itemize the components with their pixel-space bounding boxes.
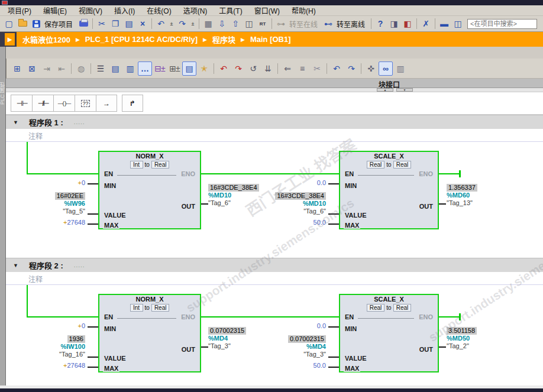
compile-icon[interactable] [202, 18, 215, 30]
collapse-triangle-icon[interactable]: ▼ [13, 119, 18, 125]
network-1-title-dots[interactable]: ..... [74, 119, 85, 125]
side-tab-plc[interactable]: PLC 属性 [0, 47, 6, 388]
normally-closed-contact-icon[interactable] [32, 95, 53, 112]
undo-icon[interactable] [154, 18, 167, 30]
accessible-devices-icon[interactable] [374, 18, 387, 30]
new-project-icon[interactable] [2, 18, 15, 30]
type-from-select[interactable]: Int [130, 161, 143, 169]
goto-usage-icon[interactable] [280, 61, 295, 76]
splitter-up-icon[interactable]: ▲ [377, 88, 393, 92]
go-offline-plug-icon[interactable] [322, 18, 335, 30]
type-from-select[interactable]: Real [367, 304, 385, 312]
start-simulation-icon[interactable] [387, 18, 400, 30]
type-from-select[interactable]: Real [367, 161, 385, 169]
empty-box-icon[interactable] [75, 95, 96, 112]
scale-min-constant[interactable]: 0.0 [258, 322, 326, 329]
copy-icon[interactable] [109, 18, 122, 30]
menu-tools[interactable]: 工具(T) [214, 5, 247, 16]
stop-simulation-icon[interactable] [401, 18, 414, 30]
scale-min-constant[interactable]: 0.0 [258, 179, 326, 186]
consistency-check-icon[interactable] [261, 61, 275, 76]
network-comments-icon[interactable] [123, 61, 137, 76]
open-project-icon[interactable] [16, 18, 29, 30]
open-branch-icon[interactable] [96, 95, 117, 112]
menu-options[interactable]: 选项(N) [178, 5, 213, 16]
stop-cpu-rt-icon[interactable] [256, 18, 269, 30]
split-vertical-icon[interactable] [451, 18, 464, 30]
breadcrumb-expand-icon[interactable]: ▶ [5, 33, 15, 46]
delete-icon[interactable] [136, 18, 149, 30]
norm-x-block[interactable]: NORM_X InttoReal EN ENO MIN VALUE MAX OU… [98, 294, 201, 372]
breadcrumb-main-ob1[interactable]: Main [OB1] [250, 35, 291, 44]
cross-references-icon[interactable] [419, 18, 432, 30]
norm-value-operand[interactable]: 1936 %IW100 "Tag_16" [6, 335, 85, 358]
scale-value-operand[interactable]: 16#3CDE_38E4 %MD10 "Tag_6" [247, 192, 326, 215]
norm-min-constant[interactable]: +0 [18, 322, 85, 329]
insert-row-icon[interactable] [40, 61, 54, 76]
network-1-canvas[interactable]: NORM_X InttoReal EN ENO MIN VALUE MAX OU… [6, 142, 543, 258]
update-block-calls-icon[interactable] [246, 61, 260, 76]
network-2-canvas[interactable]: NORM_X InttoReal EN ENO MIN VALUE MAX OU… [6, 285, 543, 385]
scale-out-operand[interactable]: 1.356337 %MD60 "Tag_13" [447, 184, 523, 207]
type-to-select[interactable]: Real [393, 161, 412, 169]
call-environment-icon[interactable] [364, 61, 378, 76]
start-cpu-icon[interactable] [243, 18, 256, 30]
close-all-networks-icon[interactable] [167, 61, 182, 76]
norm-max-constant[interactable]: +27648 [18, 362, 85, 369]
free-comment-icon[interactable] [138, 61, 152, 76]
keep-actual-values-icon[interactable] [74, 61, 88, 76]
scale-max-constant[interactable]: 50.0 [258, 219, 326, 226]
type-from-select[interactable]: Int [130, 304, 143, 312]
favorites-icon[interactable] [197, 61, 211, 76]
type-to-select[interactable]: Real [151, 304, 170, 312]
jump-back-icon[interactable] [329, 61, 344, 76]
upload-from-device-icon[interactable] [229, 18, 242, 30]
close-branch-icon[interactable] [122, 95, 143, 112]
scale-x-block[interactable]: SCALE_X RealtoReal EN ENO MIN VALUE MAX … [339, 294, 439, 372]
breadcrumb-project[interactable]: 水箱液位1200 [22, 34, 70, 45]
menu-help[interactable]: 帮助(H) [286, 5, 321, 16]
scale-value-operand[interactable]: 0.07002315 %MD4 "Tag_3" [247, 335, 326, 358]
split-horizontal-icon[interactable] [438, 18, 451, 30]
network-1-comment[interactable]: 注释 [6, 129, 543, 142]
breadcrumb-program-blocks[interactable]: 程序块 [212, 34, 235, 45]
save-project-label[interactable]: 保存项目 [43, 19, 76, 29]
network-2-title-dots[interactable]: ..... [74, 262, 85, 268]
show-operand-info-icon[interactable] [93, 61, 108, 76]
norm-min-constant[interactable]: +0 [18, 179, 85, 186]
snapshot-values-icon[interactable] [393, 61, 408, 76]
go-online-label[interactable]: 转至在线 [288, 19, 321, 29]
cut-icon[interactable] [95, 18, 108, 30]
symbolic-view-icon[interactable] [182, 61, 196, 76]
go-offline-label[interactable]: 转至离线 [335, 19, 369, 29]
insert-network-icon[interactable] [10, 61, 24, 76]
network-1-header[interactable]: ▼ 程序段 1 : ..... [6, 115, 543, 129]
paste-icon[interactable] [122, 18, 135, 30]
breadcrumb-plc[interactable]: PLC_1 [CPU 1214C AC/DC/Rly] [85, 35, 198, 44]
previous-error-icon[interactable] [216, 61, 231, 76]
menu-project[interactable]: 项目(P) [2, 5, 37, 16]
open-all-networks-icon[interactable] [153, 61, 167, 76]
interface-splitter[interactable]: ▲ ▼ [6, 88, 543, 92]
save-project-icon[interactable] [30, 18, 43, 30]
coil-icon[interactable] [53, 95, 75, 112]
splitter-down-icon[interactable]: ▼ [396, 88, 413, 92]
delete-row-icon[interactable] [54, 61, 69, 76]
type-to-select[interactable]: Real [393, 304, 412, 312]
menu-view[interactable]: 视图(V) [73, 5, 108, 16]
scale-max-constant[interactable]: 50.0 [258, 362, 326, 369]
network-2-comment[interactable]: 注释 [6, 272, 543, 285]
go-online-plug-icon[interactable] [274, 18, 287, 30]
menu-edit[interactable]: 编辑(E) [38, 5, 72, 16]
delete-network-icon[interactable] [25, 61, 39, 76]
row-info-icon[interactable] [295, 61, 309, 76]
jump-forward-icon[interactable] [344, 61, 358, 76]
norm-x-block[interactable]: NORM_X InttoReal EN ENO MIN VALUE MAX OU… [98, 151, 201, 229]
print-icon[interactable] [77, 18, 90, 30]
undo-dropdown-icon[interactable] [168, 18, 175, 30]
menu-online[interactable]: 在线(O) [141, 5, 176, 16]
menu-window[interactable]: 窗口(W) [249, 5, 285, 16]
redo-icon[interactable] [176, 18, 189, 30]
network-titles-icon[interactable] [108, 61, 122, 76]
cut-row-icon[interactable] [310, 61, 324, 76]
